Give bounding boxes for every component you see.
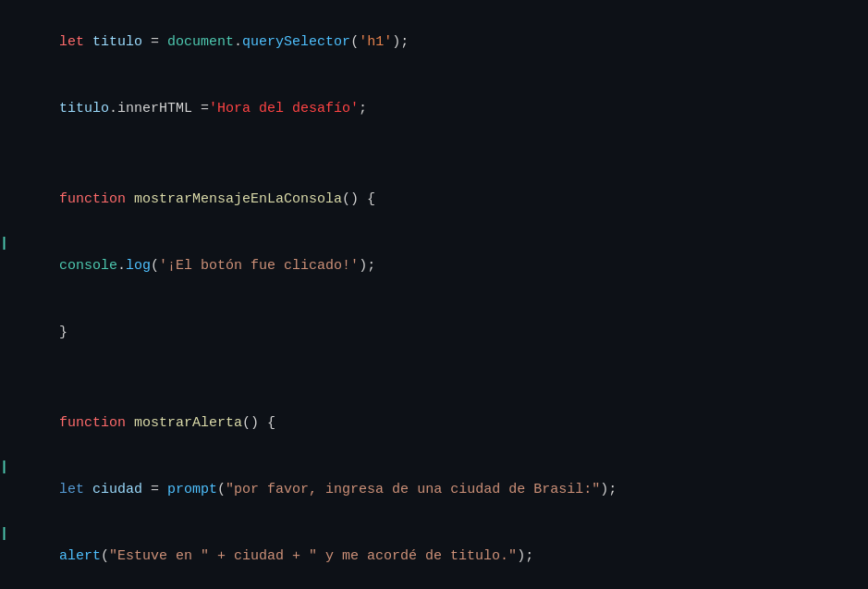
code-content-1: let titulo = document.querySelector('h1'… (0, 9, 868, 76)
string-alert-ciudad: "Estuve en " + ciudad + " y me acordé de… (109, 548, 517, 564)
code-line-8: alert("Estuve en " + ciudad + " y me aco… (0, 523, 868, 589)
var-titulo2: titulo (59, 101, 109, 117)
keyword-let: let (59, 34, 92, 50)
code-editor: let titulo = document.querySelector('h1'… (0, 0, 868, 589)
code-line-6: function mostrarAlerta() { (0, 390, 868, 457)
code-content-3: function mostrarMensajeEnLaConsola() { (0, 166, 868, 233)
code-content-8: alert("Estuve en " + ciudad + " y me aco… (0, 523, 868, 589)
fn-mostrar-alerta-1: mostrarAlerta (134, 415, 242, 431)
code-content-6: function mostrarAlerta() { (0, 390, 868, 457)
code-content-4: console.log('¡El botón fue clicado!'); (0, 233, 868, 300)
code-line-7: let ciudad = prompt("por favor, ingresa … (0, 457, 868, 523)
obj-console: console (59, 258, 117, 274)
code-content-2: titulo.innerHTML ='Hora del desafío'; (0, 76, 868, 142)
keyword-function-2: function (59, 415, 134, 431)
blank-line-1 (0, 142, 868, 166)
code-line-5: } (0, 300, 868, 366)
code-content-5: } (0, 300, 868, 366)
obj-document: document (167, 34, 234, 50)
fn-mostrar-mensaje: mostrarMensajeEnLaConsola (134, 191, 342, 207)
code-line-3: function mostrarMensajeEnLaConsola() { (0, 166, 868, 233)
method-alert-1: alert (59, 548, 101, 564)
var-ciudad: ciudad (92, 482, 142, 497)
code-line-2: titulo.innerHTML ='Hora del desafío'; (0, 76, 868, 142)
string-hora: 'Hora del desafío' (209, 101, 359, 117)
method-queryselector: querySelector (242, 34, 350, 50)
blank-line-2 (0, 366, 868, 390)
code-line-1: let titulo = document.querySelector('h1'… (0, 9, 868, 76)
string-boton: '¡El botón fue clicado!' (159, 258, 359, 274)
string-prompt-ciudad: "por favor, ingresa de una ciudad de Bra… (226, 482, 600, 497)
code-line-4: console.log('¡El botón fue clicado!'); (0, 233, 868, 300)
code-content-7: let ciudad = prompt("por favor, ingresa … (0, 457, 868, 523)
string-h1: 'h1' (359, 34, 392, 50)
keyword-function-1: function (59, 191, 134, 207)
keyword-let-2: let (59, 482, 92, 497)
var-titulo: titulo (92, 34, 142, 50)
method-log: log (126, 258, 151, 274)
method-prompt-1: prompt (167, 482, 217, 497)
